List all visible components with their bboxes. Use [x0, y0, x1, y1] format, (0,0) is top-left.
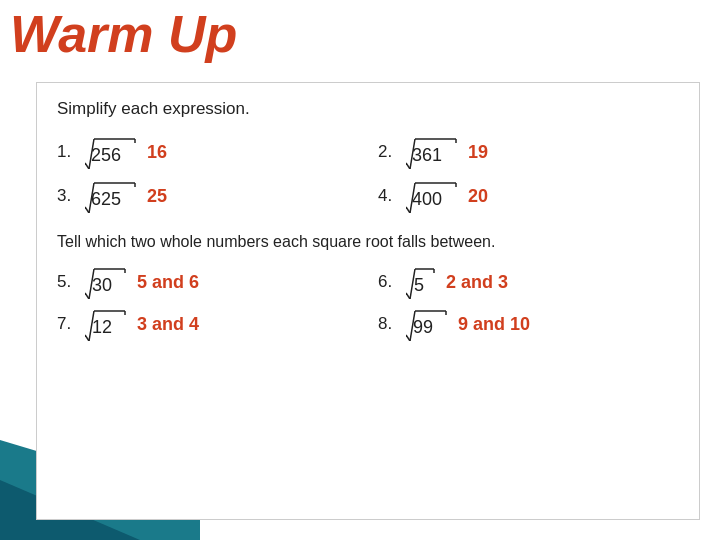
problem-2: 2. 361 19	[378, 135, 679, 169]
problem-3-num: 3.	[57, 186, 75, 206]
svg-text:400: 400	[412, 189, 442, 209]
page-title: Warm Up	[10, 5, 237, 63]
svg-text:625: 625	[91, 189, 121, 209]
problem-4-num: 4.	[378, 186, 396, 206]
title-area: Warm Up	[10, 8, 237, 60]
problem-8-num: 8.	[378, 314, 396, 334]
answer-1: 16	[147, 142, 167, 163]
problem-1: 1. 256 16	[57, 135, 358, 169]
answer-2: 19	[468, 142, 488, 163]
instruction-text: Simplify each expression.	[57, 99, 679, 119]
problem-5: 5. 30 5 and 6	[57, 265, 358, 299]
problem-2-num: 2.	[378, 142, 396, 162]
radical-3: 625	[85, 179, 137, 213]
problem-1-num: 1.	[57, 142, 75, 162]
answer-5: 5 and 6	[137, 272, 199, 293]
problem-8: 8. 99 9 and 10	[378, 307, 679, 341]
problem-5-num: 5.	[57, 272, 75, 292]
answer-4: 20	[468, 186, 488, 207]
svg-text:99: 99	[413, 317, 433, 337]
problem-4: 4. 400 20	[378, 179, 679, 213]
content-box: Simplify each expression. 1. 256 16 2. 3…	[36, 82, 700, 520]
answer-7: 3 and 4	[137, 314, 199, 335]
radical-5: 30	[85, 265, 127, 299]
svg-text:256: 256	[91, 145, 121, 165]
problem-7-num: 7.	[57, 314, 75, 334]
answer-6: 2 and 3	[446, 272, 508, 293]
answer-8: 9 and 10	[458, 314, 530, 335]
problem-7: 7. 12 3 and 4	[57, 307, 358, 341]
problem-6: 6. 5 2 and 3	[378, 265, 679, 299]
answer-3: 25	[147, 186, 167, 207]
problem-6-num: 6.	[378, 272, 396, 292]
radical-4: 400	[406, 179, 458, 213]
section2-instruction: Tell which two whole numbers each square…	[57, 231, 679, 253]
problems-grid-1: 1. 256 16 2. 361 19 3.	[57, 135, 679, 213]
svg-text:361: 361	[412, 145, 442, 165]
svg-text:5: 5	[414, 275, 424, 295]
radical-2: 361	[406, 135, 458, 169]
svg-text:12: 12	[92, 317, 112, 337]
problems-grid-2: 5. 30 5 and 6 6. 5 2 and 3 7.	[57, 265, 679, 341]
svg-text:30: 30	[92, 275, 112, 295]
problem-3: 3. 625 25	[57, 179, 358, 213]
radical-6: 5	[406, 265, 436, 299]
radical-7: 12	[85, 307, 127, 341]
radical-8: 99	[406, 307, 448, 341]
radical-1: 256	[85, 135, 137, 169]
